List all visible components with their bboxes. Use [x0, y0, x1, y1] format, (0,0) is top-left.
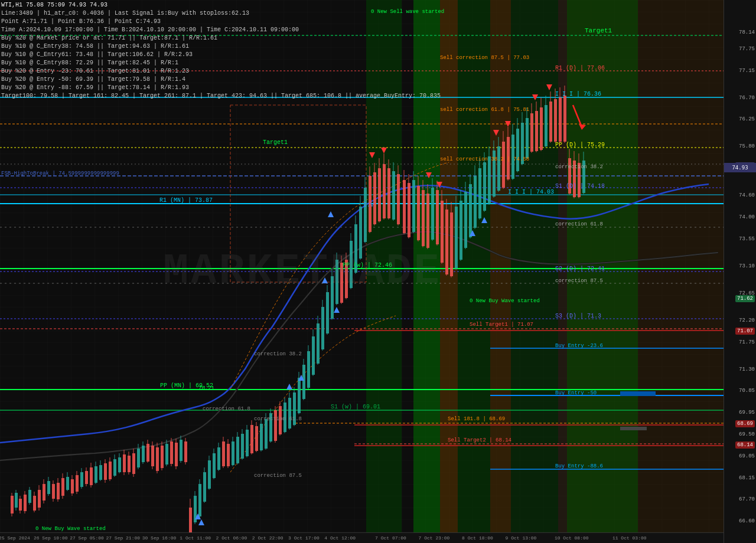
chart-svg: Target1 R1 (D) | 77.06 I I I | 76.36 Sel…	[0, 0, 724, 532]
price-67-70: 67.70	[739, 496, 755, 502]
price-scale: 78.14 77.75 77.15 76.70 76.25 75.80 75.3…	[724, 0, 756, 543]
time-label-0: 25 Sep 2024	[0, 535, 30, 541]
svg-text:Buy Entry -50: Buy Entry -50	[555, 390, 597, 396]
price-74-60: 74.60	[739, 192, 755, 198]
svg-text:correction 38.2: correction 38.2	[254, 351, 302, 357]
svg-text:correction 87.5: correction 87.5	[254, 473, 302, 479]
svg-text:S2 (D) | 72.41: S2 (D) | 72.41	[555, 266, 605, 272]
svg-text:I:V: I:V	[363, 202, 374, 208]
svg-text:sell correction 38.2 | 74.58: sell correction 38.2 | 74.58	[440, 156, 529, 162]
svg-text:S1 (w) | 69.01: S1 (w) | 69.01	[331, 404, 380, 410]
svg-rect-336	[620, 391, 656, 396]
chart-container: MARKETRADE WTI,H1 75.08 75:09 74.93 74.9…	[0, 0, 756, 543]
svg-text:correction 38.2: correction 38.2	[555, 164, 603, 170]
svg-text:Sell 181.8 | 68.69: Sell 181.8 | 68.69	[448, 416, 505, 422]
price-71-75: 71.75	[739, 339, 755, 345]
time-label-4: 30 Sep 16:00	[142, 535, 177, 541]
price-68-14: 68.14	[735, 441, 755, 449]
svg-text:R1 (D) | 77.06: R1 (D) | 77.06	[555, 65, 605, 71]
price-69-05: 69.05	[739, 453, 755, 459]
svg-text:FSB-HighToBreak | 74.599999999: FSB-HighToBreak | 74.5999999999999999	[1, 171, 119, 176]
price-77-15: 77.15	[739, 68, 755, 74]
svg-text:Target1: Target1	[585, 27, 612, 34]
svg-text:Sell correction 87.5 | 77.03: Sell correction 87.5 | 77.03	[440, 55, 529, 61]
price-73-55: 73.55	[739, 236, 755, 242]
svg-text:0 New Buy Wave started: 0 New Buy Wave started	[35, 526, 106, 532]
price-71-62: 71.62	[735, 295, 755, 302]
price-68-69: 68.69	[735, 420, 755, 427]
time-label-6: 2 Oct 06:00	[216, 535, 247, 541]
time-label-5: 1 Oct 11:00	[180, 535, 211, 541]
svg-text:70.21: 70.21	[198, 385, 214, 391]
svg-text:PP (w) | 72.46: PP (w) | 72.46	[343, 262, 392, 269]
price-77-75: 77.75	[739, 46, 755, 52]
time-label-3: 27 Sep 21:00	[106, 535, 140, 541]
svg-rect-6	[490, 0, 511, 532]
time-label-13: 9 Oct 13:00	[506, 535, 537, 541]
svg-text:Buy Entry -88.6: Buy Entry -88.6	[555, 463, 603, 469]
price-78-14: 78.14	[739, 30, 755, 35]
time-label-2: 27 Sep 05:00	[70, 535, 104, 541]
time-label-12: 8 Oct 18:00	[462, 535, 493, 541]
svg-text:PP (D) | 75.29: PP (D) | 75.29	[555, 142, 605, 148]
svg-text:S3 (D) | 71.3: S3 (D) | 71.3	[555, 313, 601, 319]
svg-text:correction 87.5: correction 87.5	[555, 278, 603, 284]
chart-area: Target1 R1 (D) | 77.06 I I I | 76.36 Sel…	[0, 0, 724, 532]
svg-text:Target1: Target1	[263, 139, 288, 146]
price-74-00: 74.00	[739, 214, 755, 220]
svg-text:correction 61.8: correction 61.8	[254, 416, 302, 422]
price-71-07: 71.07	[735, 328, 755, 335]
svg-text:0 New Sell wave started: 0 New Sell wave started	[371, 9, 444, 15]
svg-rect-5	[458, 0, 490, 532]
svg-text:I I I | 74.03: I I I | 74.03	[508, 189, 554, 195]
price-69-50: 69.50	[739, 431, 755, 437]
price-73-10: 73.10	[739, 263, 755, 269]
live-price-box: 74.93	[724, 163, 756, 172]
price-72-20: 72.20	[739, 318, 755, 323]
price-70-85: 70.85	[739, 388, 755, 394]
svg-rect-337	[620, 427, 647, 430]
live-price-value: 74.93	[732, 165, 748, 171]
price-76-25: 76.25	[739, 116, 755, 122]
price-66-60: 66.60	[739, 518, 755, 524]
price-68-15: 68.15	[739, 475, 755, 481]
time-label-8: 3 Oct 17:00	[288, 535, 320, 541]
svg-rect-3	[413, 0, 440, 532]
time-label-11: 7 Oct 23:00	[419, 535, 450, 541]
price-76-70: 76.70	[739, 95, 755, 101]
time-label-10: 7 Oct 07:00	[375, 535, 406, 541]
svg-text:correction 61.8: correction 61.8	[555, 221, 603, 227]
time-label-9: 4 Oct 12:00	[324, 535, 356, 541]
svg-text:R1 (MN) | 73.87: R1 (MN) | 73.87	[159, 197, 213, 204]
svg-text:sell correction 61.8 | 75.81: sell correction 61.8 | 75.81	[440, 107, 529, 113]
time-label-14: 10 Oct 08:00	[555, 535, 589, 541]
time-label-15: 11 Oct 03:00	[612, 535, 647, 541]
svg-text:correction 61.8: correction 61.8	[203, 406, 250, 412]
price-71-30: 71.30	[739, 367, 755, 372]
time-scale: 25 Sep 2024 26 Sep 10:00 27 Sep 05:00 27…	[0, 532, 724, 543]
svg-text:Sell Target1 | 71.07: Sell Target1 | 71.07	[470, 322, 533, 328]
svg-text:Sell Target2 | 68.14: Sell Target2 | 68.14	[448, 437, 511, 443]
svg-rect-7	[511, 0, 558, 532]
price-75-80: 75.80	[739, 143, 755, 149]
time-label-1: 26 Sep 10:00	[34, 535, 68, 541]
price-69-95: 69.95	[739, 410, 755, 416]
svg-text:I I I | 76.36: I I I | 76.36	[555, 91, 601, 97]
time-label-7: 2 Oct 22:00	[252, 535, 284, 541]
svg-text:0 New Buy Wave started: 0 New Buy Wave started	[470, 298, 540, 304]
svg-text:Buy Entry -23.6: Buy Entry -23.6	[555, 343, 603, 349]
svg-text:S1 (D) | 74.18: S1 (D) | 74.18	[555, 183, 605, 189]
